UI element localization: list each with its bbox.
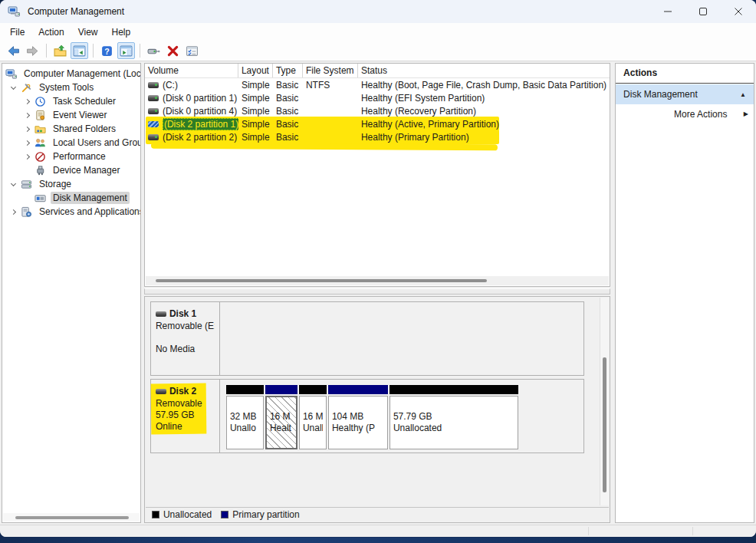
partition-body[interactable]: 32 MBUnallo — [226, 396, 264, 449]
console-tree-window-icon — [73, 44, 86, 58]
partition-segment[interactable]: 32 MBUnallo — [226, 385, 264, 449]
shared-folder-icon — [35, 123, 47, 135]
minimize-button[interactable] — [650, 0, 685, 23]
disk-label-disk-2[interactable]: Disk 2Removable57.95 GBOnline — [151, 380, 220, 452]
chevron-down-icon[interactable] — [5, 183, 21, 186]
more-actions-item[interactable]: More Actions ▶ — [616, 104, 754, 124]
sidebar-item-device-manager[interactable]: Device Manager — [2, 163, 140, 177]
partition-segment[interactable]: 16 MUnall — [299, 385, 327, 449]
sidebar-item-system-tools[interactable]: System Tools — [2, 81, 140, 94]
yellow-marker-stroke — [151, 143, 498, 151]
chevron-down-icon[interactable] — [5, 87, 21, 89]
volume-drive-icon — [148, 108, 159, 114]
pane-splitter[interactable] — [144, 288, 610, 295]
sidebar-item-computer-management-local[interactable]: Computer Management (Local — [2, 67, 140, 81]
column-header-file-system[interactable]: File System — [303, 64, 358, 77]
svg-text:?: ? — [104, 46, 109, 55]
actions-group-disk-management[interactable]: Disk Management ▲ — [616, 84, 754, 104]
partition-segment[interactable]: 16 MHealt — [265, 385, 297, 449]
tools-icon — [21, 82, 33, 94]
toolbar-export-list-button[interactable] — [51, 42, 69, 59]
partition-size: 104 MB — [332, 411, 384, 423]
tree-item-label: Shared Folders — [51, 123, 118, 135]
vscrollbar-thumb[interactable] — [603, 357, 606, 492]
toolbar-forward-button[interactable] — [24, 42, 41, 59]
chevron-right-icon[interactable] — [19, 141, 35, 145]
volume-row-disk-0-partition-1[interactable]: (Disk 0 partition 1)SimpleBasicHealthy (… — [145, 91, 610, 104]
computer-management-window: Computer Management FileActionViewHelp ?… — [0, 0, 756, 537]
fs-cell: NTFS — [303, 80, 358, 90]
menu-view[interactable]: View — [71, 25, 105, 40]
disk-info-line: Online — [156, 421, 215, 433]
partition-segment[interactable]: 57.79 GBUnallocated — [390, 385, 518, 449]
menu-file[interactable]: File — [3, 25, 31, 40]
toolbar-help-button[interactable]: ? — [98, 42, 116, 59]
partition-body[interactable]: 57.79 GBUnallocated — [390, 396, 518, 449]
toolbar-show-action-pane-button[interactable] — [117, 42, 135, 59]
volume-row-c[interactable]: (C:)SimpleBasicNTFSHealthy (Boot, Page F… — [145, 78, 610, 91]
tree-hscrollbar[interactable] — [3, 513, 140, 522]
sidebar-item-services-and-applications[interactable]: Services and Applications — [2, 205, 140, 219]
column-header-layout[interactable]: Layout — [238, 64, 273, 77]
tree-item-label: Computer Management (Local — [21, 67, 141, 80]
hscrollbar-thumb[interactable] — [15, 516, 129, 519]
sidebar-item-performance[interactable]: Performance — [2, 150, 140, 163]
maximize-button[interactable] — [685, 0, 721, 23]
toolbar-show-console-tree-button[interactable] — [71, 42, 88, 59]
menu-action[interactable]: Action — [31, 25, 71, 40]
disk-row-disk-1: Disk 1Removable (E:) No Media — [150, 301, 584, 376]
sidebar-item-task-scheduler[interactable]: Task Scheduler — [2, 94, 140, 108]
status-cell: Healthy (Boot, Page File, Crash Dump, Ba… — [358, 80, 610, 90]
column-header-type[interactable]: Type — [273, 64, 303, 77]
expand-icon: ▶ — [744, 110, 748, 117]
partition-body[interactable]: 104 MBHealthy (P — [328, 396, 388, 449]
column-header-volume[interactable]: Volume — [145, 64, 238, 77]
volume-row-disk-2-partition-2[interactable]: (Disk 2 partition 2)SimpleBasicHealthy (… — [145, 130, 610, 143]
console-tree-panel: Computer Management (LocalSystem ToolsTa… — [2, 63, 141, 523]
chevron-right-icon[interactable] — [19, 100, 35, 104]
chevron-right-icon[interactable] — [19, 127, 35, 131]
partition-body[interactable]: 16 MUnall — [299, 396, 327, 449]
hscrollbar-thumb[interactable] — [156, 279, 487, 282]
volume-label: (Disk 0 partition 1) — [163, 93, 237, 104]
disk-label-disk-1[interactable]: Disk 1Removable (E:) No Media — [151, 302, 220, 375]
volume-row-disk-0-partition-4[interactable]: (Disk 0 partition 4)SimpleBasicHealthy (… — [145, 104, 610, 117]
partition-body[interactable]: 16 MHealt — [265, 396, 297, 449]
toolbar-back-button[interactable] — [5, 42, 22, 59]
toolbar-delete-volume-button[interactable] — [164, 42, 182, 59]
legend-label: Primary partition — [232, 509, 299, 520]
layout-cell: Simple — [238, 80, 273, 90]
tree-item-label: Services and Applications — [37, 206, 141, 218]
sidebar-item-storage[interactable]: Storage — [2, 177, 140, 191]
sidebar-item-shared-folders[interactable]: Shared Folders — [2, 122, 140, 136]
sidebar-item-disk-management[interactable]: Disk Management — [2, 191, 140, 205]
type-cell: Basic — [273, 132, 303, 143]
volume-row-disk-2-partition-1[interactable]: (Disk 2 partition 1)SimpleBasicHealthy (… — [145, 117, 610, 130]
column-header-status[interactable]: Status — [358, 64, 610, 77]
toolbar-drive-action-button[interactable] — [145, 42, 163, 59]
menu-help[interactable]: Help — [105, 25, 138, 40]
volume-list-hscrollbar[interactable] — [146, 276, 609, 285]
collapse-icon[interactable]: ▲ — [740, 91, 746, 98]
chevron-right-icon[interactable] — [19, 155, 35, 159]
partition-segment[interactable]: 104 MBHealthy (P — [328, 385, 388, 449]
clock-icon — [35, 96, 47, 107]
toolbar-properties-button[interactable] — [183, 42, 201, 59]
type-cell: Basic — [273, 93, 303, 104]
tree-item-label: Local Users and Groups — [51, 137, 141, 149]
status-cell: Healthy (Active, Primary Partition) — [358, 119, 610, 130]
partition-status: Healt — [270, 423, 293, 434]
status-cell: Healthy (Recovery Partition) — [358, 106, 610, 117]
graphical-pane-vscrollbar[interactable] — [600, 298, 609, 505]
status-cell: Healthy (EFI System Partition) — [358, 93, 610, 104]
sidebar-item-event-viewer[interactable]: Event Viewer — [2, 108, 140, 122]
sidebar-item-local-users-and-groups[interactable]: Local Users and Groups — [2, 136, 140, 150]
tree-item-label: Storage — [37, 178, 74, 190]
export-folder-icon — [54, 44, 67, 58]
type-cell: Basic — [273, 106, 303, 117]
chevron-right-icon[interactable] — [19, 114, 35, 117]
close-button[interactable] — [721, 0, 756, 23]
chevron-right-icon[interactable] — [5, 210, 21, 214]
layout-cell: Simple — [238, 106, 273, 117]
statusbar-separator — [588, 527, 589, 535]
